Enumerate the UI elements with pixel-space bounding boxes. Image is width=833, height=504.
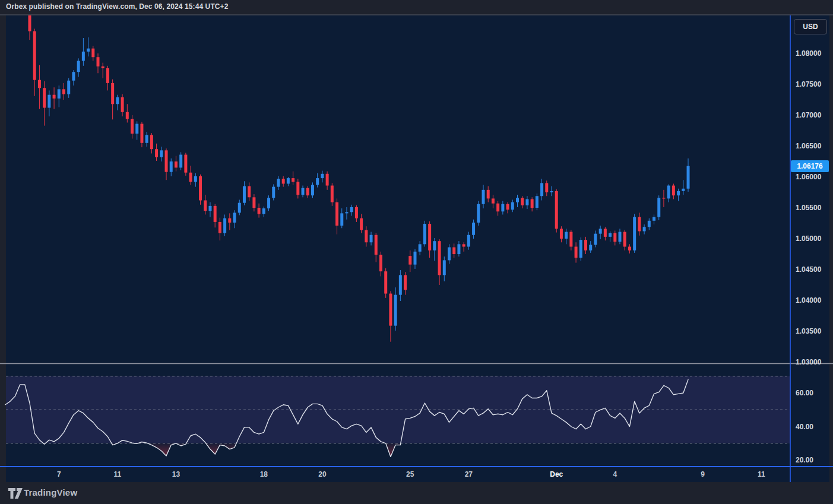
rsi-tick-label: 40.00 — [796, 423, 813, 431]
price-tick-label: 1.04000 — [796, 296, 821, 305]
candle-down — [408, 256, 411, 265]
candle-up — [87, 49, 90, 52]
tradingview-brand-text[interactable]: TradingView — [24, 487, 77, 497]
candle-down — [496, 204, 499, 212]
candle-up — [433, 241, 436, 251]
candle-up — [501, 204, 504, 211]
last-price-label: 1.06176 — [791, 160, 829, 172]
candle-up — [619, 232, 622, 242]
candle-up — [399, 275, 402, 294]
candle-up — [423, 224, 426, 244]
candle-down — [165, 150, 168, 172]
candle-down — [282, 179, 285, 183]
publish-title: Orbex published on TradingView.com, Dec … — [6, 2, 228, 11]
candle-up — [47, 95, 50, 108]
price-tick-label: 1.04500 — [796, 265, 821, 274]
candle-up — [58, 89, 61, 99]
candle-down — [662, 198, 665, 198]
currency-button[interactable]: USD — [794, 19, 827, 34]
candle-up — [653, 217, 655, 221]
candle-down — [613, 233, 616, 242]
candle-up — [194, 176, 197, 182]
candle-down — [140, 124, 143, 143]
candle-down — [62, 89, 65, 94]
candle-down — [389, 294, 392, 326]
candle-up — [648, 221, 651, 227]
candle-up — [82, 52, 85, 61]
candle-up — [72, 72, 75, 81]
candle-down — [292, 178, 294, 182]
candle-down — [428, 224, 431, 251]
candle-down — [521, 198, 524, 205]
price-tick-label: 1.03500 — [796, 327, 821, 335]
candle-down — [438, 241, 441, 275]
time-tick-label: 13 — [172, 470, 180, 478]
candle-up — [277, 179, 280, 187]
tradingview-chart-screenshot: Orbex published on TradingView.com, Dec … — [0, 0, 833, 504]
candle-down — [218, 222, 221, 233]
price-tick-label: 1.05500 — [796, 204, 821, 212]
candle-down — [584, 240, 587, 251]
candle-up — [457, 244, 460, 254]
candle-up — [643, 227, 646, 231]
candle-down — [379, 255, 382, 271]
candle-up — [477, 204, 480, 223]
candle-up — [77, 61, 80, 72]
candle-up — [682, 189, 685, 191]
candle-up — [540, 183, 543, 196]
price-tick-label: 1.06000 — [796, 173, 821, 181]
rsi-tick-label: 60.00 — [796, 389, 813, 397]
candles-group — [28, 7, 690, 342]
candle-down — [150, 135, 153, 149]
candle-up — [67, 81, 70, 94]
candle-up — [550, 191, 553, 192]
candle-down — [487, 190, 490, 199]
candle-down — [248, 186, 251, 198]
candle-up — [657, 198, 660, 217]
price-tick-label: 1.06500 — [796, 142, 821, 150]
candle-down — [331, 186, 334, 202]
candle-up — [370, 235, 373, 242]
candle-up — [667, 186, 670, 199]
candle-down — [106, 68, 109, 83]
tradingview-logo-icon[interactable] — [8, 487, 23, 499]
candle-down — [97, 57, 100, 66]
candle-down — [623, 232, 626, 247]
time-tick-label: 25 — [406, 470, 414, 478]
candle-down — [326, 174, 329, 186]
candle-up — [448, 248, 451, 261]
candle-up — [287, 178, 290, 183]
candle-down — [404, 275, 407, 290]
candle-down — [111, 83, 114, 104]
candle-up — [482, 190, 484, 204]
candle-down — [53, 95, 56, 99]
candle-down — [365, 230, 368, 242]
candle-up — [467, 235, 470, 247]
candle-up — [516, 198, 519, 202]
candle-up — [609, 233, 612, 237]
footer-bar: TradingView — [0, 482, 833, 504]
candle-down — [33, 31, 36, 80]
time-tick-label: 11 — [758, 470, 765, 478]
publish-header: Orbex published on TradingView.com, Dec … — [0, 0, 833, 14]
candle-up — [233, 213, 236, 223]
candle-up — [687, 166, 690, 189]
candle-down — [252, 197, 255, 208]
candle-up — [116, 97, 119, 104]
candle-down — [463, 244, 465, 246]
candle-down — [506, 204, 509, 210]
candle-down — [452, 248, 455, 254]
candle-down — [199, 176, 202, 201]
candle-down — [43, 88, 46, 107]
candle-down — [189, 173, 192, 182]
candle-up — [594, 234, 597, 245]
candle-up — [160, 150, 163, 157]
candle-down — [121, 97, 124, 112]
candle-down — [306, 188, 309, 195]
candle-down — [258, 208, 261, 214]
candle-down — [184, 155, 187, 173]
time-tick-label: 27 — [465, 470, 473, 478]
candle-down — [575, 247, 578, 258]
candle-up — [135, 124, 138, 134]
chart-canvas[interactable] — [0, 0, 833, 504]
